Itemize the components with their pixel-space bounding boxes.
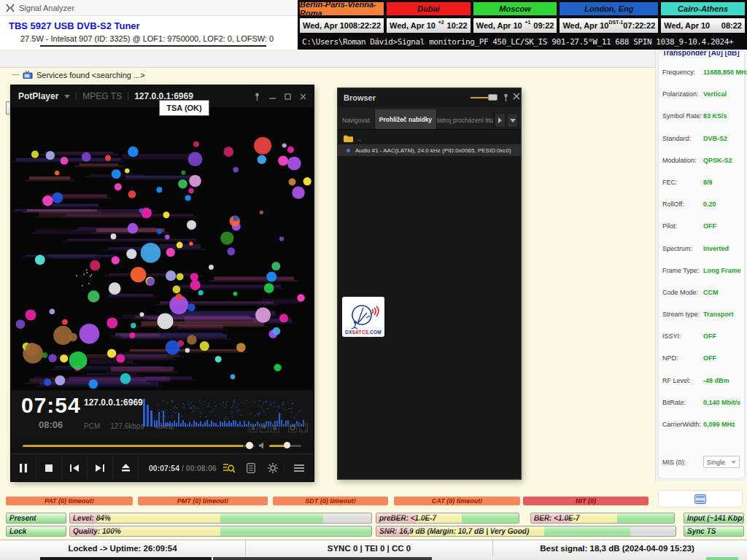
fullscreen-icon[interactable] (299, 424, 308, 432)
chevron-down-icon[interactable] (64, 95, 70, 98)
stream-bullet-icon (347, 149, 350, 152)
level-meter: Level: 84% (69, 513, 372, 524)
browser-window: Browser Navigovat Prohlížeč nabídky Nást… (337, 88, 522, 480)
opacity-slider-handle[interactable] (488, 94, 498, 101)
potplayer-window: PotPlayer MPEG TS 127.0.0.1:6969 (11, 85, 314, 481)
clock-time: 07:22:22 (623, 21, 655, 30)
position-duration: 00:07:54 / 00:08:06 (149, 464, 217, 472)
param-frame-type: Frame Type:Long Frame (659, 265, 744, 276)
tuner-name: TBS 5927 USB DVB-S2 Tuner (9, 20, 140, 31)
quality-meter: Quality: 100% (69, 526, 372, 537)
pmt-status-bar: PMT (0) timeout! (138, 497, 268, 505)
tab-list-dropdown-icon[interactable] (507, 113, 518, 128)
pause-button[interactable] (11, 454, 36, 481)
browser-tab-menu-browser[interactable]: Prohlížeč nabídky (375, 109, 437, 129)
mis-value: Single (707, 459, 725, 466)
clock-time-cell: Wed, Apr 10 +2 10:22 (386, 18, 471, 34)
param-symbol-rate: Symbol Rate:83 KS/s (659, 111, 744, 121)
mis-row: MIS (0): Single (659, 456, 744, 468)
background-window-edge (40, 45, 266, 47)
mode-tabstrip: BS Mode DT Mode Signal Mon. TSA (OK) AV … (0, 50, 747, 68)
tree-expander[interactable] (12, 74, 19, 75)
playlist-panel-button[interactable] (240, 463, 262, 473)
stream-label: 127.0.0.1:6969 (84, 397, 143, 408)
browser-tabstrip: Navigovat Prohlížeč nabídky Nástroj proc… (338, 107, 521, 130)
seek-handle[interactable] (246, 442, 253, 449)
volume-icon[interactable] (259, 442, 266, 449)
potplayer-app-name[interactable]: PotPlayer (18, 91, 58, 101)
clock-time: 09:22 (533, 21, 554, 30)
divider (128, 92, 128, 101)
pin-icon[interactable] (254, 93, 260, 101)
param-npd: NPD:OFF (659, 353, 744, 363)
ber-meter: BER: <1.0E-7 (530, 513, 675, 524)
pat-status-bar: PAT (0) timeout! (6, 497, 133, 505)
browser-tab-title-tool[interactable]: Nástroj procházení titu... (437, 112, 494, 129)
clock-time: 08:22 (721, 21, 742, 30)
divider (76, 92, 77, 101)
window-title: Signal Analyzer (19, 4, 74, 12)
audio-stream-row[interactable]: Audio #1 - AAC(LATM), 24.0 kHz (PID:0x00… (338, 144, 521, 156)
tuner-details: 27.5W - Intelsat 907 (ID: 3325) @ LOF1: … (20, 34, 274, 43)
mis-select[interactable]: Single (703, 456, 740, 468)
search-scan-button[interactable] (218, 463, 240, 473)
clock-offset: +1 (525, 20, 530, 25)
tab-tsa[interactable]: TSA (OK) (159, 100, 209, 116)
video-frame[interactable] (12, 107, 313, 390)
menu-button[interactable] (284, 464, 314, 472)
stop-button[interactable] (36, 454, 62, 481)
clock-time: 08:22:22 (349, 21, 381, 30)
codec-label: MPEG TS (82, 91, 122, 101)
folder-icon (344, 135, 353, 142)
clock-date: Wed, Apr 10 (664, 21, 710, 30)
position: 00:07:54 (149, 464, 179, 472)
signal-analyzer-screen: { "app": { "title": "Signal Analyzer" },… (0, 0, 747, 560)
close-icon[interactable] (300, 93, 306, 100)
folder-up-row[interactable]: .. (338, 132, 521, 144)
dxsatcs-logo: DXSATCS.COM (342, 297, 384, 337)
clock-time-cell: Wed, Apr 10 DST-1 07:22:22 (559, 18, 659, 34)
duration: 00:08:06 (186, 464, 217, 472)
pin-icon[interactable] (503, 93, 509, 101)
browser-titlebar[interactable]: Browser (338, 88, 521, 107)
app-icon (6, 4, 15, 12)
clock-city: Dubai (386, 1, 471, 16)
param-fec: FEC:8/9 (659, 177, 744, 187)
seek-bar[interactable] (23, 445, 255, 447)
next-button[interactable] (88, 454, 113, 481)
server-button[interactable] (658, 490, 743, 508)
param-pilot: Pilot:OFF (659, 221, 744, 231)
services-tree-row[interactable]: Services found <searching ...> (0, 68, 654, 82)
browser-tab-navigate[interactable]: Navigovat (338, 112, 375, 129)
eject-button[interactable] (113, 454, 139, 481)
ab-repeat-a-button[interactable]: A (249, 424, 258, 432)
next-tab-icon[interactable] (495, 113, 506, 128)
close-icon[interactable] (513, 93, 520, 100)
param-modulation: Modulation:QPSK-S2 (659, 155, 744, 166)
ab-repeat-b-button[interactable]: B (271, 424, 279, 432)
param-stream-type: Stream type:Transport (659, 309, 744, 319)
transponder-card: Transponder [A0] [dB] Frequency:11688,85… (658, 50, 745, 479)
clock-city: Cairo-Athens (660, 1, 746, 16)
loop-icon[interactable] (288, 424, 297, 432)
services-label: Services found <searching ...> (36, 71, 145, 79)
clock-time-cell: Wed, Apr 10 08:22 (660, 18, 746, 34)
browser-title: Browser (344, 93, 376, 102)
player-controls: 00:07:54 / 00:08:06 (11, 454, 314, 481)
background-window-edge (706, 557, 738, 560)
preber-meter: preBER: <1.0E-7 (376, 513, 519, 524)
player-info-panel: 07:54 08:06 127.0.0.1:6969 PCM 127.6kbps… (11, 390, 314, 438)
ab-swap-icon[interactable] (260, 424, 268, 432)
param-carrier-width: CarrierWidth:0,099 MHz (659, 419, 744, 429)
param-bitrate: BitRate:0,140 Mbit/s (659, 397, 744, 408)
maximize-icon[interactable] (285, 93, 291, 100)
video-area[interactable] (12, 107, 313, 390)
settings-gear-icon[interactable] (262, 463, 284, 473)
server-icon (694, 494, 706, 504)
minimize-icon[interactable] (269, 93, 276, 100)
volume-handle[interactable] (284, 442, 290, 448)
tv-icon (23, 71, 33, 79)
previous-button[interactable] (62, 454, 88, 481)
transponder-header: Transponder [A0] [dB] (659, 51, 744, 60)
seek-row (11, 438, 314, 454)
